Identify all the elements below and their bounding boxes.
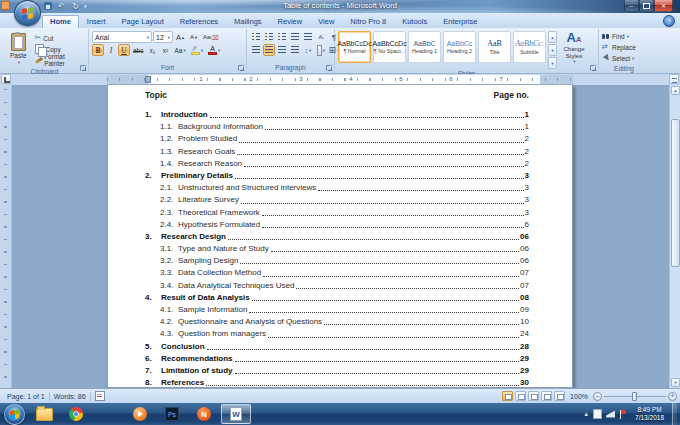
change-styles-button[interactable]: AA Change Styles ▾ — [559, 31, 589, 66]
tab-home[interactable]: Home — [42, 15, 79, 28]
style-heading-2[interactable]: AaBbCc Heading 2 — [443, 31, 476, 63]
taskbar-word[interactable] — [221, 404, 251, 424]
style-subtitle[interactable]: AaBbCc. Subtitle — [513, 31, 546, 63]
sort-button[interactable]: A↓ — [315, 31, 327, 43]
taskbar-media-player[interactable] — [125, 404, 155, 424]
multilevel-list-button[interactable] — [276, 31, 288, 43]
undo-icon[interactable]: ↶ — [56, 1, 67, 11]
taskbar-clock[interactable]: 8:49 PM 7/13/2018 — [631, 406, 668, 422]
align-right-button[interactable] — [276, 44, 288, 56]
toc-entry[interactable]: 3.2. Sampling Design 06 — [145, 255, 529, 267]
bullets-button[interactable] — [250, 31, 262, 43]
scroll-up-icon[interactable]: ▲ — [671, 86, 680, 95]
bold-button[interactable]: B — [92, 44, 104, 56]
tab-mailings[interactable]: Mailings — [226, 15, 270, 28]
network-icon[interactable] — [606, 411, 615, 418]
toc-entry[interactable]: 1.1. Background Information 1 — [145, 121, 529, 133]
toc-entry[interactable]: 4.2. Questionnaire and Analysis of Quest… — [145, 316, 529, 328]
maximize-button[interactable] — [639, 0, 654, 12]
toc-entry[interactable]: 4.3. Question from managers 24 — [145, 328, 529, 340]
vertical-ruler[interactable] — [0, 85, 12, 388]
scrollbar-thumb[interactable] — [671, 119, 680, 267]
italic-button[interactable]: I — [105, 44, 117, 56]
grow-font-button[interactable]: A▲ — [174, 31, 187, 43]
view-web-layout-button[interactable] — [528, 391, 539, 401]
vertical-scrollbar[interactable]: ▲ ▼ — [669, 85, 680, 388]
show-desktop-button[interactable] — [672, 403, 677, 425]
shading-button[interactable]: ▾ — [315, 44, 327, 56]
highlight-color-button[interactable]: ▾ — [189, 44, 205, 56]
toc-entry[interactable]: 2. Preliminary Details 3 — [145, 170, 529, 182]
toc-entry[interactable]: 2.1. Unstructured and Structured intervi… — [145, 182, 529, 194]
clipboard-dialog-launcher[interactable] — [80, 65, 86, 71]
replace-button[interactable]: Replace ▾ — [602, 42, 646, 53]
shrink-font-button[interactable]: A▼ — [188, 31, 200, 43]
toc-entry[interactable]: 1.4. Research Reason 2 — [145, 158, 529, 170]
decrease-indent-button[interactable] — [289, 31, 301, 43]
toc-entry[interactable]: 3. Research Design 06 — [145, 231, 529, 243]
tab-insert[interactable]: Insert — [79, 15, 114, 28]
redo-icon[interactable]: ↻ — [70, 1, 81, 11]
toc-entry[interactable]: 1. Introduction 1 — [145, 109, 529, 121]
align-left-button[interactable] — [250, 44, 262, 56]
horizontal-ruler[interactable]: 1234567 — [107, 75, 573, 84]
line-spacing-button[interactable]: ↕▾ — [302, 44, 314, 56]
zoom-in-button[interactable]: + — [668, 392, 677, 401]
font-color-button[interactable]: A▾ — [206, 44, 222, 56]
zoom-slider-thumb[interactable] — [632, 392, 637, 401]
toc-entry[interactable]: 8. References 30 — [145, 377, 529, 388]
select-button[interactable]: Select ▾ — [602, 53, 646, 64]
clear-formatting-button[interactable]: Aa⌫ — [201, 31, 221, 43]
toc-entry[interactable]: 3.1. Type and Nature of Study 06 — [145, 243, 529, 255]
scroll-down-icon[interactable]: ▼ — [671, 378, 680, 387]
word-count[interactable]: Words: 86 — [50, 393, 90, 400]
page-count[interactable]: Page: 1 of 1 — [3, 393, 49, 400]
toc-entry[interactable]: 3.4. Data Analytical Techniques Used 07 — [145, 280, 529, 292]
view-outline-button[interactable] — [541, 391, 552, 401]
increase-indent-button[interactable] — [302, 31, 314, 43]
tab-enterprise[interactable]: Enterprise — [435, 15, 485, 28]
toc-entry[interactable]: 4. Result of Data Analysis 08 — [145, 292, 529, 304]
tab-references[interactable]: References — [172, 15, 226, 28]
tab-selector-button[interactable] — [1, 74, 11, 84]
save-icon[interactable] — [42, 1, 53, 11]
show-hidden-icons-icon[interactable]: ▲ — [583, 411, 589, 417]
toc-entry[interactable]: 4.1. Sample Information 09 — [145, 304, 529, 316]
zoom-level[interactable]: 100% — [567, 393, 591, 400]
subscript-button[interactable]: x₂ — [146, 44, 158, 56]
styles-dialog-launcher[interactable] — [590, 65, 596, 71]
toc-entry[interactable]: 7. Limitation of study 29 — [145, 365, 529, 377]
cut-button[interactable]: ✂ Cut — [35, 33, 85, 43]
indent-marker[interactable] — [145, 76, 151, 83]
change-case-button[interactable]: Aa▾ — [172, 44, 187, 56]
flag-icon[interactable] — [619, 410, 627, 419]
zoom-slider[interactable] — [604, 396, 666, 397]
styles-scroll-down[interactable]: ▼ — [548, 44, 557, 56]
paragraph-dialog-launcher[interactable] — [326, 65, 332, 71]
style-no-spaci[interactable]: AaBbCcDc ¶ No Spaci... — [373, 31, 406, 63]
styles-scroll-up[interactable]: ▲ — [548, 31, 557, 43]
minimize-button[interactable]: – — [624, 0, 639, 12]
toc-entry[interactable]: 3.3. Data Collection Method 07 — [145, 267, 529, 279]
styles-more-button[interactable]: ▼̲ — [548, 57, 557, 69]
style-heading-1[interactable]: AaBbC Heading 1 — [408, 31, 441, 63]
view-full-screen-button[interactable] — [515, 391, 526, 401]
zoom-out-button[interactable]: – — [593, 392, 602, 401]
font-family-select[interactable]: Arial ▾ — [92, 31, 152, 43]
font-size-select[interactable]: 12 ▾ — [153, 31, 173, 43]
toc-entry[interactable]: 2.4. Hypothesis Formulated 6 — [145, 219, 529, 231]
taskbar-explorer[interactable] — [29, 404, 59, 424]
justify-button[interactable] — [289, 44, 301, 56]
taskbar-photoshop[interactable] — [157, 404, 187, 424]
tab-view[interactable]: View — [310, 15, 342, 28]
toc-entry[interactable]: 1.3. Research Goals 2 — [145, 146, 529, 158]
style-title[interactable]: AaB Title — [478, 31, 511, 63]
find-button[interactable]: Find ▾ — [602, 31, 646, 42]
tray-document-icon[interactable] — [593, 409, 602, 419]
help-icon[interactable]: ? — [663, 15, 675, 27]
toc-entry[interactable]: 5. Conclusion 28 — [145, 341, 529, 353]
toc-entry[interactable]: 1.2. Problem Studied 2 — [145, 133, 529, 145]
ruler-toggle-button[interactable] — [669, 74, 679, 84]
tab-nitro-pro-8[interactable]: Nitro Pro 8 — [342, 15, 394, 28]
tab-review[interactable]: Review — [270, 15, 311, 28]
